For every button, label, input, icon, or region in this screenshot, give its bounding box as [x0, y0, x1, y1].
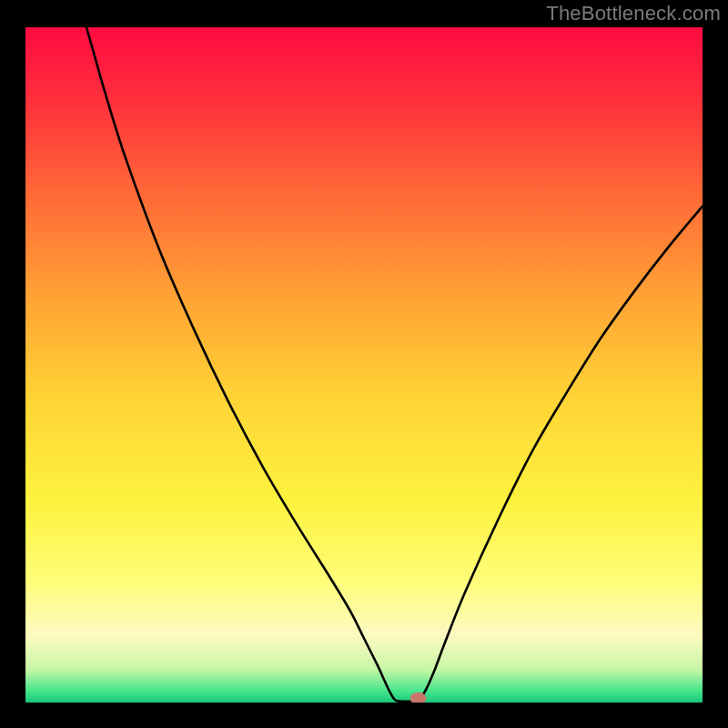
chart-svg [25, 27, 703, 703]
chart-frame: TheBottleneck.com [0, 0, 728, 728]
chart-background [25, 27, 703, 703]
watermark-label: TheBottleneck.com [546, 2, 721, 25]
chart-plot-area [25, 27, 703, 703]
